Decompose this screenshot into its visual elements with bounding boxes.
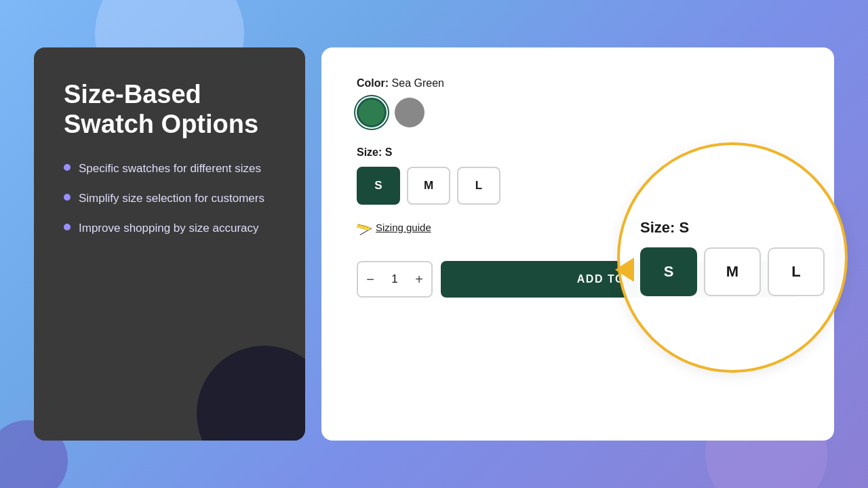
main-container: Size-Based Swatch Options Specific swatc… (34, 47, 834, 441)
zoom-size-btn-s[interactable]: S (640, 247, 697, 296)
zoom-size-buttons: S M L (640, 247, 825, 296)
zoom-size-value: S (679, 219, 689, 236)
quantity-increase-button[interactable]: + (407, 262, 431, 296)
zoom-size-btn-m[interactable]: M (704, 247, 761, 296)
quantity-control: − 1 + (357, 261, 433, 298)
ruler-icon: 📏 (355, 218, 373, 236)
feature-list: Specific swatches for different sizes Si… (64, 161, 275, 236)
color-swatches (357, 98, 799, 127)
size-button-l[interactable]: L (457, 167, 500, 205)
left-panel: Size-Based Swatch Options Specific swatc… (34, 47, 305, 441)
bullet-dot (64, 194, 71, 201)
zoom-content: Size: S S M L (620, 203, 825, 312)
zoom-size-btn-l[interactable]: L (768, 247, 825, 296)
quantity-value: 1 (382, 272, 407, 286)
size-button-m[interactable]: M (407, 167, 450, 205)
list-item: Simplify size selection for customers (64, 190, 275, 207)
color-value: Sea Green (392, 77, 444, 89)
color-label: Color: Sea Green (357, 77, 799, 89)
size-value: S (385, 146, 393, 158)
color-label-bold: Color: (357, 77, 389, 89)
zoom-arrow (615, 258, 634, 282)
bullet-dot (64, 224, 71, 230)
bullet-text-3: Improve shopping by size accuracy (79, 220, 259, 237)
zoom-circle: Size: S S M L (617, 142, 848, 373)
size-label-bold: Size: (357, 146, 382, 158)
main-title: Size-Based Swatch Options (64, 80, 275, 139)
zoom-size-bold: Size: (640, 219, 675, 236)
bullet-text-1: Specific swatches for different sizes (79, 161, 261, 177)
size-button-s[interactable]: S (357, 167, 400, 205)
color-swatch-green[interactable] (357, 98, 387, 127)
sizing-guide-text: Sizing guide (376, 222, 431, 233)
bullet-text-2: Simplify size selection for customers (79, 190, 264, 207)
dark-circle-decoration (197, 346, 305, 441)
list-item: Improve shopping by size accuracy (64, 220, 275, 237)
list-item: Specific swatches for different sizes (64, 161, 275, 177)
bullet-dot (64, 164, 71, 171)
quantity-decrease-button[interactable]: − (358, 262, 382, 296)
right-panel: Color: Sea Green Size: S S M L 📏 Sizing … (321, 47, 834, 441)
color-swatch-gray[interactable] (395, 98, 425, 127)
zoom-size-label: Size: S (640, 219, 689, 237)
